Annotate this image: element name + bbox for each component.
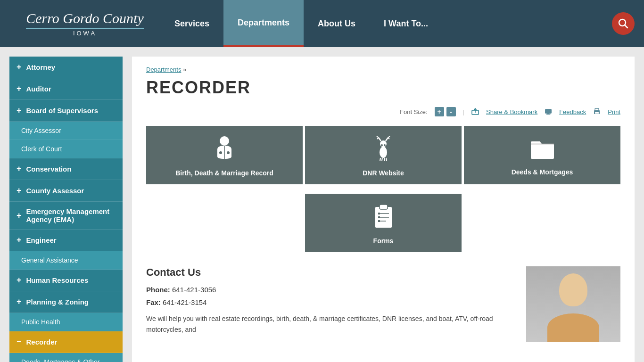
sidebar-item-recorder[interactable]: − Recorder: [9, 331, 123, 353]
card-forms[interactable]: Forms: [305, 194, 462, 252]
sidebar-item-label: Deeds, Mortgages & Other Recorded Docume…: [21, 358, 116, 362]
contact-description: We will help you with real estate record…: [146, 313, 517, 335]
sidebar-item-ema[interactable]: + Emergency Management Agency (EMA): [9, 202, 123, 230]
share-bookmark-link[interactable]: Share & Bookmark: [486, 108, 537, 115]
collapse-icon: −: [17, 337, 22, 347]
sidebar-item-label: Auditor: [26, 85, 51, 93]
card-label: Forms: [373, 237, 394, 245]
sidebar-item-auditor[interactable]: + Auditor: [9, 78, 123, 100]
svg-line-1: [625, 25, 628, 28]
card-dnr-website[interactable]: DNR Website: [305, 126, 462, 184]
search-button[interactable]: [612, 12, 635, 35]
sidebar-item-label: Board of Supervisors: [26, 107, 99, 115]
expand-icon: +: [17, 62, 22, 72]
svg-point-8: [220, 136, 229, 146]
nav-services[interactable]: Services: [160, 0, 223, 47]
icon-grid-row1: Birth, Death & Marriage Record: [146, 126, 620, 184]
svg-line-25: [386, 158, 387, 161]
main-content: Departments » RECORDER Font Size: + - | …: [132, 57, 635, 362]
expand-icon: +: [17, 235, 22, 245]
logo-area[interactable]: Cerro Gordo County IOWA: [9, 10, 160, 37]
breadcrumb-separator: »: [183, 66, 186, 73]
svg-point-13: [380, 140, 387, 147]
font-decrease-button[interactable]: -: [446, 107, 456, 116]
print-icon: [593, 108, 601, 115]
breadcrumb-link[interactable]: Departments: [146, 66, 181, 73]
sidebar-item-label: County Assessor: [26, 187, 84, 195]
toolbar: Font Size: + - | Share & Bookmark Feedba…: [146, 107, 620, 116]
svg-rect-35: [378, 220, 380, 222]
svg-rect-26: [531, 144, 554, 159]
baby-icon: [213, 135, 236, 164]
toolbar-divider: |: [463, 108, 464, 115]
sidebar-item-label: Attorney: [26, 63, 56, 71]
expand-icon: +: [17, 297, 22, 307]
expand-icon: +: [17, 186, 22, 196]
share-icon: [471, 108, 479, 115]
site-header: Cerro Gordo County IOWA Services Departm…: [0, 0, 644, 47]
svg-rect-4: [545, 109, 552, 114]
svg-point-10: [219, 151, 222, 154]
logo-cursive: Cerro Gordo County: [26, 10, 143, 27]
svg-line-23: [382, 158, 382, 161]
sidebar-item-board-of-supervisors[interactable]: + Board of Supervisors: [9, 100, 123, 122]
contact-section: Contact Us Phone: 641-421-3056 Fax: 641-…: [146, 266, 620, 342]
print-link[interactable]: Print: [608, 108, 620, 115]
svg-rect-33: [378, 213, 380, 214]
person-image: [526, 266, 620, 342]
main-nav: Services Departments About Us I Want To.…: [160, 0, 603, 47]
expand-icon: +: [17, 164, 22, 174]
sidebar-item-label: Public Health: [21, 318, 60, 326]
contact-text: Contact Us Phone: 641-421-3056 Fax: 641-…: [146, 266, 517, 342]
logo-state: IOWA: [26, 30, 143, 37]
font-increase-button[interactable]: +: [435, 107, 444, 116]
svg-line-22: [380, 158, 380, 161]
sidebar-item-label: Recorder: [26, 338, 58, 346]
sidebar-item-label: Planning & Zoning: [26, 298, 89, 306]
sidebar: + Attorney + Auditor + Board of Supervis…: [9, 57, 123, 362]
breadcrumb: Departments »: [146, 66, 620, 73]
sidebar-item-deeds-mortgages[interactable]: Deeds, Mortgages & Other Recorded Docume…: [9, 353, 123, 362]
sidebar-item-planning-zoning[interactable]: + Planning & Zoning: [9, 291, 123, 313]
svg-rect-27: [531, 143, 554, 145]
sidebar-item-clerk-of-court[interactable]: Clerk of Court: [9, 140, 123, 158]
card-label: Deeds & Mortgages: [512, 168, 573, 176]
sidebar-item-label: City Assessor: [21, 127, 61, 134]
expand-icon: +: [17, 84, 22, 94]
folder-icon: [529, 137, 555, 163]
expand-icon: +: [17, 275, 22, 285]
feedback-link[interactable]: Feedback: [559, 108, 586, 115]
contact-title: Contact Us: [146, 266, 517, 279]
svg-line-24: [384, 158, 385, 161]
nav-i-want-to[interactable]: I Want To...: [370, 0, 442, 47]
nav-about-us[interactable]: About Us: [304, 0, 370, 47]
card-deeds-mortgages[interactable]: Deeds & Mortgages: [464, 126, 620, 184]
card-label: DNR Website: [363, 169, 404, 177]
sidebar-item-label: Emergency Management Agency (EMA): [26, 207, 116, 223]
icon-grid-row2: Forms: [146, 194, 620, 252]
sidebar-item-general-assistance[interactable]: General Assistance: [9, 251, 123, 270]
expand-icon: +: [17, 211, 22, 221]
deer-icon: [372, 135, 395, 164]
sidebar-item-label: General Assistance: [21, 256, 78, 264]
sidebar-item-attorney[interactable]: + Attorney: [9, 57, 123, 78]
svg-rect-34: [378, 216, 380, 218]
svg-line-16: [377, 138, 379, 139]
sidebar-item-label: Clerk of Court: [21, 145, 62, 153]
page-title: RECORDER: [146, 78, 620, 98]
sidebar-item-engineer[interactable]: + Engineer: [9, 230, 123, 251]
logo-text: Cerro Gordo County IOWA: [26, 10, 143, 37]
expand-icon: +: [17, 106, 22, 115]
font-size-controls: + -: [435, 107, 456, 116]
sidebar-item-city-assessor[interactable]: City Assessor: [9, 122, 123, 140]
svg-line-19: [388, 138, 389, 139]
sidebar-item-conservation[interactable]: + Conservation: [9, 158, 123, 180]
sidebar-item-public-health[interactable]: Public Health: [9, 313, 123, 331]
card-birth-death-marriage[interactable]: Birth, Death & Marriage Record: [146, 126, 303, 184]
svg-point-11: [227, 151, 230, 154]
contact-phone: Phone: 641-421-3056: [146, 286, 517, 294]
card-label: Birth, Death & Marriage Record: [175, 169, 273, 177]
nav-departments[interactable]: Departments: [223, 0, 304, 47]
sidebar-item-human-resources[interactable]: + Human Resources: [9, 270, 123, 291]
sidebar-item-county-assessor[interactable]: + County Assessor: [9, 180, 123, 202]
